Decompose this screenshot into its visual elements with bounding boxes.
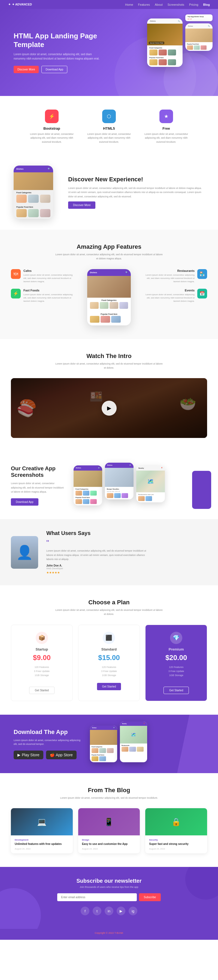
nav-home[interactable]: Home <box>125 3 133 6</box>
cafes-title: Cafes <box>23 269 76 272</box>
blog-post-title-1: Easy to use and customize the App <box>82 842 136 846</box>
nav-screenshots[interactable]: Screenshots <box>168 3 184 6</box>
pricing-premium: 💎 Premium $20.00 120 Features 3 Free Upd… <box>145 625 207 701</box>
download-button[interactable]: Download App <box>42 66 67 73</box>
discover-more-button[interactable]: Discover More <box>68 201 95 209</box>
startup-btn[interactable]: Get Started <box>29 687 54 694</box>
youtube-icon[interactable]: ▶ <box>117 907 125 915</box>
blog-subtitle: Lorem ipsum dolor sit amet, consectetur … <box>54 796 164 800</box>
startup-price: $9.00 <box>17 654 67 662</box>
screenshots-download-btn[interactable]: Download App <box>11 498 38 506</box>
feature-html5: ⬡ HTML5 Lorem ipsum dolor sit amet, cons… <box>85 110 133 144</box>
quote-icon: " <box>46 539 207 547</box>
standard-f3: 1GB Storage <box>84 674 134 677</box>
newsletter-email-input[interactable] <box>57 893 137 901</box>
screenshot-phone-3: Nearby 📍 🗺️ Restaurants near you <box>136 465 165 503</box>
popular-food-label: Popular Food Item <box>149 57 180 59</box>
af-fastfoods: ⚡ Fast Foods Lorem ipsum dolor sit amet,… <box>11 289 76 303</box>
discover-phone-header: Dishes 🔍 <box>14 165 53 172</box>
twitter-icon[interactable]: t <box>93 907 101 915</box>
discover-title: Discover New Experience! <box>68 176 204 183</box>
play-button[interactable]: ▶ <box>102 401 117 416</box>
person-image-container: 👤 <box>11 536 38 569</box>
center-phone-header: Dishes 🔍 <box>87 269 131 276</box>
newsletter-section: Subscribe our newsletter Join thousands … <box>0 867 218 929</box>
store-buttons: ▶ Play Store 🍎 App Store <box>14 751 82 759</box>
dl-ph1-header: Dishes 🔍 <box>90 725 117 730</box>
testimonial-quote: Lorem ipsum dolor sit amet, consectetur … <box>46 549 150 562</box>
premium-name: Premium <box>151 647 201 651</box>
fastfoods-icon: ⚡ <box>11 289 21 299</box>
startup-icon: 📦 <box>36 632 48 644</box>
restaurants-text: Restaurants Lorem ipsum dolor sit amet, … <box>142 269 195 283</box>
navbar: ✦ ✦ ADVANCED Home Features About Screens… <box>0 0 218 9</box>
hero-buttons: Discover More Download App <box>14 66 101 73</box>
premium-f3: 1GB Storage <box>151 674 201 677</box>
events-text: Events Lorem ipsum dolor sit amet, conse… <box>142 289 195 303</box>
center-phone-food-img <box>87 276 131 298</box>
hero-description: Lorem ipsum dolor sit amet, consectetur … <box>14 52 101 61</box>
af-events: 📅 Events Lorem ipsum dolor sit amet, con… <box>142 289 207 303</box>
feature-bootstrap: ⚡ Bootstrap Lorem ipsum dolor sit amet, … <box>27 110 76 144</box>
newsletter-subscribe-button[interactable]: Subscribe <box>139 893 161 901</box>
blog-body-1: Design Easy to use and customize the App… <box>78 835 140 853</box>
testimonial-title: What Users Says <box>46 530 207 536</box>
blog-date-0: August 24, 2022 <box>15 848 69 850</box>
app-features-subtitle: Lorem ipsum dolor sit amet, consectetur … <box>54 253 164 261</box>
standard-f2: 3 Free Update <box>84 670 134 673</box>
standard-btn[interactable]: Get Started <box>97 683 121 690</box>
app-store-btn[interactable]: 🍎 App Store <box>46 751 77 759</box>
discover-button[interactable]: Discover More <box>14 66 39 73</box>
phone-food-label: Special Chicken Plate <box>149 41 164 44</box>
watch-intro-section: Watch The Intro Lorem ipsum dolor sit am… <box>0 339 218 452</box>
discover-phone-popular: Popular Food Item <box>14 204 53 219</box>
screenshot-phone-2: Dishes 🔍 Burger Noodles Special offer: 2… <box>105 463 133 500</box>
linkedin-icon[interactable]: in <box>105 907 113 915</box>
footer: Copyright © 2022 T-BANK <box>0 929 218 940</box>
hero-phone-area: Dishes 🔍 Special Chicken Plate Food Cate… <box>131 13 213 67</box>
screenshots-title: Our Creative App Screenshots <box>11 465 66 478</box>
ss1-body: Food Categories Popular Food Item <box>74 487 102 505</box>
nav-logo: ✦ ✦ ADVANCED <box>8 3 32 6</box>
feature-title-2: Free <box>142 126 191 130</box>
blog-post-2: 🔒 Security Super fast and strong securit… <box>145 808 207 853</box>
blog-img-1: 📱 <box>78 808 140 835</box>
video-container: 🍣 🥗 🍱 ▶ <box>11 378 207 438</box>
play-store-btn[interactable]: ▶ Play Store <box>14 751 43 759</box>
blog-section: From The Blog Lorem ipsum dolor sit amet… <box>0 773 218 867</box>
nav-about[interactable]: About <box>155 3 163 6</box>
hero-content: HTML App Landing Page Template Lorem ips… <box>14 32 101 73</box>
nav-features[interactable]: Features <box>138 3 150 6</box>
app-features-title: Amazing App Features <box>11 243 207 250</box>
af-restaurants: 🏪 Restaurants Lorem ipsum dolor sit amet… <box>142 269 207 283</box>
download-description: Lorem ipsum dolor sit amet, consectetur … <box>14 738 82 746</box>
watch-intro-subtitle: Lorem ipsum dolor sit amet, consectetur … <box>54 362 164 370</box>
blog-post-0: 💻 Development Unlimited features with fr… <box>11 808 73 853</box>
events-icon: 📅 <box>197 289 207 299</box>
center-phone-popular: Popular Food Item <box>87 312 131 325</box>
ss1-header: Dishes 🔍 <box>74 465 102 471</box>
blog-img-2: 🔒 <box>145 808 207 835</box>
feature-desc-0: Lorem ipsum dolor sit amet, consectetur … <box>27 132 76 144</box>
cafes-desc: Lorem ipsum dolor sit amet, consectetur … <box>23 274 76 283</box>
nav-links: Home Features About Screenshots Pricing … <box>125 3 210 6</box>
facebook-icon[interactable]: f <box>81 907 90 915</box>
center-phone: Dishes 🔍 Food Categories Popular Food It… <box>82 269 136 325</box>
blog-tag-2: Security <box>149 838 203 841</box>
standard-icon: ⬛ <box>103 632 115 644</box>
social-row: f t in ▶ ig <box>11 907 207 915</box>
purple-decoration <box>192 471 211 509</box>
nav-blog[interactable]: Blog <box>203 3 210 6</box>
blog-tag-1: Design <box>82 838 136 841</box>
app-features-section: Amazing App Features Lorem ipsum dolor s… <box>0 230 218 339</box>
blog-grid: 💻 Development Unlimited features with fr… <box>11 808 207 853</box>
blog-post-1: 📱 Design Easy to use and customize the A… <box>78 808 140 853</box>
premium-btn[interactable]: Get Started <box>164 687 189 694</box>
instagram-icon[interactable]: ig <box>128 907 137 915</box>
screenshots-content: Our Creative App Screenshots Lorem ipsum… <box>11 465 66 506</box>
features-row: ⚡ Bootstrap Lorem ipsum dolor sit amet, … <box>0 96 218 155</box>
pricing-subtitle: Lorem ipsum dolor sit amet, consectetur … <box>54 608 164 617</box>
html5-icon: ⬡ <box>102 110 116 123</box>
nav-pricing[interactable]: Pricing <box>189 3 199 6</box>
dl-phone-1: Dishes 🔍 Food Categories Popular Food It… <box>90 725 117 762</box>
